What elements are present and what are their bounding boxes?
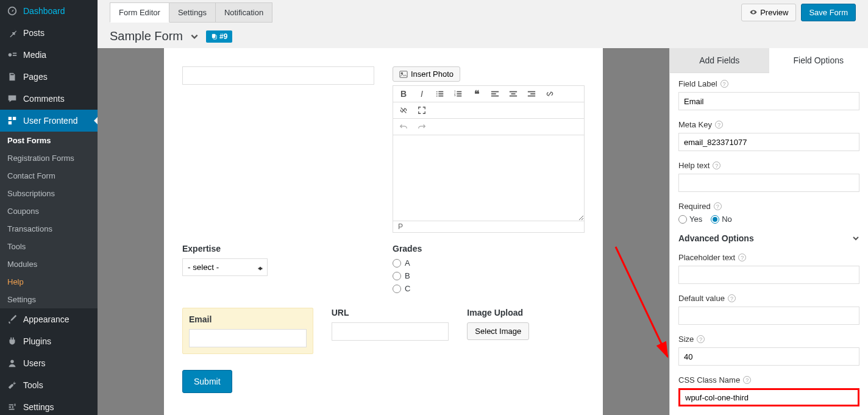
help-icon[interactable]: ? — [715, 121, 723, 129]
email-input[interactable] — [189, 329, 307, 347]
radio-b[interactable] — [393, 272, 401, 280]
help-icon[interactable]: ? — [697, 335, 705, 343]
fullscreen-icon[interactable] — [416, 105, 427, 116]
placeholder-input[interactable] — [678, 266, 859, 284]
panel-tab-add-fields[interactable]: Add Fields — [670, 48, 769, 73]
expertise-select-wrap — [182, 258, 268, 276]
radio-c[interactable] — [393, 285, 401, 293]
sidebar-item-users[interactable]: Users — [0, 352, 98, 374]
expertise-select[interactable] — [182, 258, 268, 276]
sub-item-transactions[interactable]: Transactions — [0, 220, 98, 238]
help-icon[interactable]: ? — [714, 202, 722, 210]
placeholder-label: Placeholder text? — [678, 253, 859, 262]
plug-icon — [6, 335, 18, 347]
sidebar-label: Dashboard — [23, 6, 65, 16]
align-center-icon[interactable] — [508, 88, 519, 99]
field-row-thirds: Email URL Image Upload Select Image — [182, 308, 585, 354]
help-icon[interactable]: ? — [720, 80, 728, 88]
svg-rect-14 — [457, 91, 461, 93]
size-input[interactable] — [678, 347, 859, 366]
opt-required: Required? Yes No — [678, 202, 859, 224]
sub-item-tools[interactable]: Tools — [0, 238, 98, 255]
sidebar-item-media[interactable]: Media — [0, 44, 98, 66]
preview-button[interactable]: Preview — [741, 4, 796, 21]
text-input[interactable] — [182, 66, 374, 85]
sidebar-item-posts[interactable]: Posts — [0, 22, 98, 44]
email-field-selected[interactable]: Email — [182, 308, 313, 354]
link-icon[interactable] — [544, 88, 555, 99]
field-row: Expertise Grades A B C — [182, 244, 585, 297]
radio-a[interactable] — [393, 259, 401, 268]
css-class-input[interactable] — [678, 388, 859, 406]
sidebar-item-comments[interactable]: Comments — [0, 88, 98, 110]
panel-tab-field-options[interactable]: Field Options — [769, 48, 869, 73]
insert-photo-button[interactable]: Insert Photo — [393, 66, 460, 82]
opt-size: Size? — [678, 335, 859, 366]
tab-form-editor[interactable]: Form Editor — [110, 2, 169, 23]
save-form-button[interactable]: Save Form — [801, 4, 856, 21]
required-yes-radio[interactable] — [678, 215, 687, 224]
sidebar-item-settings[interactable]: Settings — [0, 396, 98, 415]
undo-icon[interactable] — [398, 121, 409, 132]
required-yes-option[interactable]: Yes — [678, 215, 702, 224]
unlink-icon[interactable] — [398, 105, 409, 116]
form-title[interactable]: Sample Form — [110, 29, 183, 43]
ul-icon[interactable] — [435, 88, 446, 99]
sub-item-modules[interactable]: Modules — [0, 255, 98, 273]
help-icon[interactable]: ? — [743, 376, 751, 384]
rte-toolbar-2 — [393, 102, 584, 119]
sub-item-settings[interactable]: Settings — [0, 291, 98, 308]
align-right-icon[interactable] — [526, 88, 537, 99]
svg-rect-10 — [438, 93, 443, 94]
grade-option-c[interactable]: C — [393, 284, 585, 293]
svg-point-7 — [436, 91, 438, 93]
submit-button[interactable]: Submit — [182, 370, 232, 393]
default-value-input[interactable] — [678, 307, 859, 325]
svg-rect-23 — [511, 93, 516, 94]
quote-icon[interactable]: ❝ — [471, 88, 482, 99]
sidebar-item-appearance[interactable]: Appearance — [0, 308, 98, 330]
help-icon[interactable]: ? — [738, 254, 746, 261]
sidebar-item-dashboard[interactable]: Dashboard — [0, 0, 98, 22]
url-field[interactable]: URL — [332, 308, 449, 354]
meta-key-input[interactable] — [678, 133, 859, 151]
align-left-icon[interactable] — [489, 88, 500, 99]
sidebar-item-plugins[interactable]: Plugins — [0, 330, 98, 352]
tab-notification[interactable]: Notification — [216, 2, 272, 23]
url-label: URL — [332, 308, 449, 317]
image-upload-field[interactable]: Image Upload Select Image — [467, 308, 585, 354]
sub-item-registration-forms[interactable]: Registration Forms — [0, 149, 98, 167]
help-text-input[interactable] — [678, 174, 859, 192]
help-icon[interactable]: ? — [713, 161, 720, 169]
grade-option-b[interactable]: B — [393, 271, 585, 280]
eye-icon — [749, 8, 758, 16]
sidebar-label: Plugins — [23, 336, 51, 346]
sub-item-help[interactable]: Help — [0, 273, 98, 291]
opt-field-label: Field Label? — [678, 79, 859, 110]
required-no-radio[interactable] — [711, 215, 719, 224]
tab-settings[interactable]: Settings — [169, 2, 216, 23]
rte-body[interactable] — [393, 135, 584, 221]
sidebar-item-user-frontend[interactable]: User Frontend — [0, 110, 98, 132]
form-id-badge[interactable]: #9 — [206, 30, 232, 43]
sub-item-contact-form[interactable]: Contact Form — [0, 167, 98, 185]
bold-icon[interactable]: B — [398, 88, 409, 99]
grade-option-a[interactable]: A — [393, 258, 585, 268]
ol-icon[interactable]: 123 — [453, 88, 464, 99]
url-input[interactable] — [332, 322, 449, 341]
sidebar-item-pages[interactable]: Pages — [0, 66, 98, 88]
redo-icon[interactable] — [416, 121, 427, 132]
field-label-input[interactable] — [678, 92, 859, 110]
select-image-button[interactable]: Select Image — [467, 322, 529, 340]
chevron-down-icon[interactable] — [190, 32, 199, 41]
sub-item-post-forms[interactable]: Post Forms — [0, 132, 98, 149]
sidebar-item-tools[interactable]: Tools — [0, 374, 98, 396]
main-tabs: Form Editor Settings Notification — [110, 2, 272, 23]
sub-item-coupons[interactable]: Coupons — [0, 202, 98, 220]
italic-icon[interactable]: I — [416, 88, 427, 99]
required-no-option[interactable]: No — [711, 215, 732, 224]
advanced-options-toggle[interactable]: Advanced Options — [678, 233, 859, 243]
image-upload-label: Image Upload — [467, 308, 585, 317]
help-icon[interactable]: ? — [728, 294, 736, 302]
sub-item-subscriptions[interactable]: Subscriptions — [0, 185, 98, 202]
